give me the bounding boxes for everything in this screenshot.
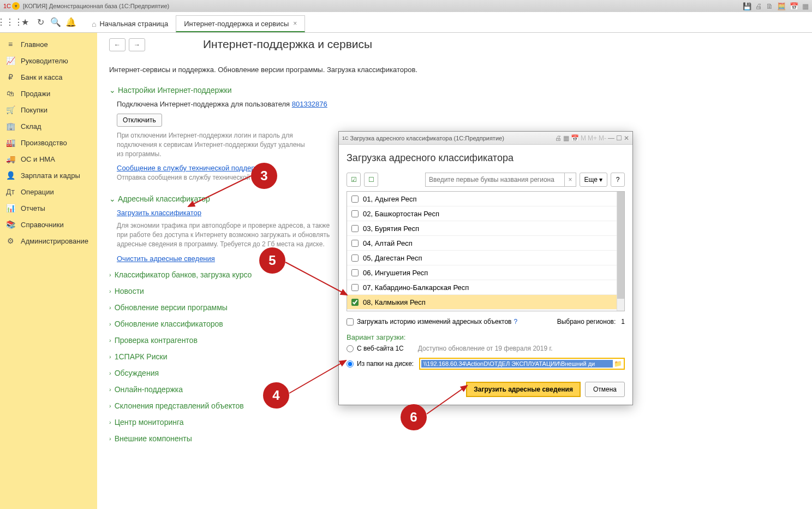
back-button[interactable]: ← <box>109 38 126 51</box>
expander-label: 1СПАРК Риски <box>115 352 168 361</box>
chevron-down-icon: ⌄ <box>109 86 116 94</box>
chevron-right-icon: › <box>109 419 111 425</box>
region-row[interactable]: 02, Башкортостан Респ <box>347 206 624 221</box>
help-button[interactable]: ? <box>611 173 625 187</box>
maximize-icon[interactable]: ☐ <box>616 134 622 142</box>
more-button[interactable]: Еще▾ <box>580 173 607 187</box>
region-checkbox[interactable] <box>351 196 359 203</box>
calc-icon[interactable]: 🧮 <box>777 2 786 10</box>
folder-icon[interactable]: 📁 <box>613 360 623 368</box>
tab-home[interactable]: ⌂ Начальная страница <box>84 15 176 32</box>
sidebar-item[interactable]: 👤Зарплата и кадры <box>0 167 97 184</box>
chevron-right-icon: › <box>109 353 111 360</box>
section-expander[interactable]: ›Центр мониторинга <box>109 418 800 427</box>
region-row[interactable]: 01, Адыгея Респ <box>347 192 624 206</box>
apps-icon[interactable]: ⋮⋮⋮ <box>3 16 16 29</box>
chevron-down-icon: ⌄ <box>109 194 116 203</box>
check-all-button[interactable]: ☑ <box>347 173 361 187</box>
radio-from-web[interactable] <box>347 345 354 352</box>
expander-label: Новости <box>115 287 144 295</box>
cancel-button[interactable]: Отмена <box>585 382 625 397</box>
clear-search-icon[interactable]: × <box>564 173 576 187</box>
mplus-icon[interactable]: M+ <box>588 134 597 142</box>
uncheck-all-button[interactable]: ☐ <box>364 173 378 187</box>
titlebar-right-icons: 💾 🖨 🗎 🧮 📅 ▦ <box>741 2 809 10</box>
clear-address-link[interactable]: Очистить адресные сведения <box>117 254 215 263</box>
region-search-input[interactable] <box>425 173 576 187</box>
sidebar-item[interactable]: ДтОперации <box>0 184 97 200</box>
scrollbar[interactable] <box>617 192 624 311</box>
nav-icon: ⚙ <box>5 236 15 245</box>
nav-button-row: ← → Интернет-поддержка и сервисы <box>109 38 800 51</box>
calendar-icon[interactable]: 📅 <box>790 2 798 10</box>
region-checkbox[interactable] <box>351 210 359 217</box>
region-checkbox[interactable] <box>351 254 359 262</box>
close-icon[interactable]: ✕ <box>624 134 629 142</box>
load-classifier-link[interactable]: Загрузить классификатор <box>117 209 201 217</box>
sidebar-item[interactable]: ₽Банк и касса <box>0 69 97 85</box>
sidebar-item-label: Руководителю <box>21 57 68 65</box>
region-checkbox[interactable] <box>351 299 359 306</box>
expander-label: Обсуждения <box>115 369 159 377</box>
region-checkbox[interactable] <box>351 225 359 232</box>
minimize-icon[interactable]: — <box>608 134 614 142</box>
sidebar-item[interactable]: ≡Главное <box>0 36 97 52</box>
sidebar-item[interactable]: 📊Отчеты <box>0 200 97 216</box>
expander-label: Внешние компоненты <box>115 434 192 443</box>
modal-header: Загрузка адресного классификатора <box>347 152 625 164</box>
load-addresses-button[interactable]: Загрузить адресные сведения <box>466 382 581 397</box>
sidebar-item[interactable]: 🏭Производство <box>0 134 97 151</box>
help-icon[interactable]: ? <box>514 318 517 325</box>
region-row[interactable]: 05, Дагестан Респ <box>347 251 624 265</box>
sidebar-item[interactable]: 🛒Покупки <box>0 102 97 118</box>
region-checkbox[interactable] <box>351 240 359 247</box>
region-row[interactable]: 08, Калмыкия Респ <box>347 295 624 310</box>
sidebar-item[interactable]: 📚Справочники <box>0 216 97 233</box>
region-row[interactable]: 03, Бурятия Респ <box>347 221 624 236</box>
region-row[interactable]: 04, Алтай Респ <box>347 236 624 251</box>
region-row[interactable]: 06, Ингушетия Респ <box>347 265 624 280</box>
sidebar-item[interactable]: 📈Руководителю <box>0 52 97 69</box>
region-checkbox[interactable] <box>351 269 359 276</box>
path-input[interactable]: \\192.168.60.34\ActionD\ОТДЕЛ ЭКСПЛУАТАЦ… <box>421 360 613 368</box>
grid-icon[interactable]: ▦ <box>563 134 569 142</box>
sidebar-item[interactable]: ⚙Администрирование <box>0 233 97 249</box>
user-id-link[interactable]: 801332876 <box>292 100 327 108</box>
doc-icon[interactable]: 🗎 <box>766 2 773 10</box>
load-history-checkbox[interactable] <box>347 318 354 325</box>
print-icon[interactable]: 🖨 <box>755 2 762 10</box>
nav-icon: 📊 <box>5 204 15 212</box>
sidebar-item[interactable]: 🏢Склад <box>0 118 97 134</box>
print-icon[interactable]: 🖨 <box>555 134 562 142</box>
sidebar-item[interactable]: 🛍Продажи <box>0 85 97 102</box>
radio-disk-label: Из папки на диске: <box>357 360 414 368</box>
disconnect-button[interactable]: Отключить <box>117 114 162 127</box>
section-internet-settings[interactable]: ⌄ Настройки Интернет-поддержки <box>109 86 800 94</box>
region-row[interactable]: 07, Кабардино-Балкарская Респ <box>347 280 624 295</box>
sidebar-item-label: Склад <box>21 122 41 131</box>
save-icon[interactable]: 💾 <box>743 2 751 10</box>
modal-title: Загрузка адресного классификатора (1С:Пр… <box>350 135 504 141</box>
classifier-hint: Для экономии трафика при автоподборе и п… <box>117 221 335 248</box>
close-icon[interactable]: × <box>293 20 297 27</box>
history-icon[interactable]: ↻ <box>34 16 47 29</box>
dropdown-icon[interactable]: ▾ <box>12 2 20 10</box>
chevron-down-icon: ▾ <box>599 176 602 184</box>
tab-internet-support[interactable]: Интернет-поддержка и сервисы × <box>176 15 305 32</box>
forward-button[interactable]: → <box>129 38 145 51</box>
radio-from-disk[interactable] <box>347 360 354 368</box>
calendar-icon[interactable]: 📅 <box>571 134 579 142</box>
chevron-right-icon: › <box>109 337 111 344</box>
search-icon[interactable]: 🔍 <box>49 16 62 29</box>
star-icon[interactable]: ★ <box>19 16 32 29</box>
grid-icon[interactable]: ▦ <box>802 2 809 10</box>
section-expander[interactable]: ›Внешние компоненты <box>109 434 800 443</box>
mminus-icon[interactable]: M- <box>599 134 606 142</box>
sidebar-item[interactable]: 🚚ОС и НМА <box>0 151 97 167</box>
support-message-link[interactable]: Сообщение в службу технической поддержки <box>117 164 267 172</box>
section2-title: Адресный классификатор <box>118 194 210 203</box>
m-icon[interactable]: M <box>581 134 586 142</box>
bell-icon[interactable]: 🔔 <box>64 16 77 29</box>
region-checkbox[interactable] <box>351 284 359 291</box>
scrollbar-thumb[interactable] <box>617 192 624 299</box>
